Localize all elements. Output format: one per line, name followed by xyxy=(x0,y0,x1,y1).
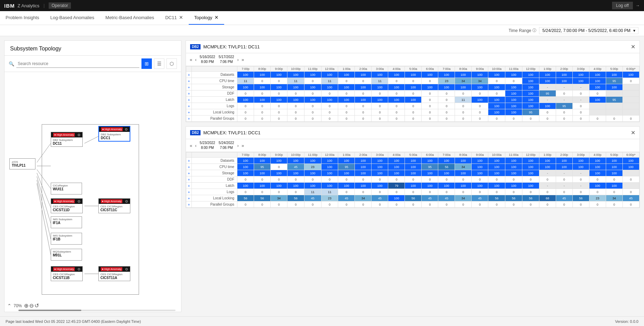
heatmap2-next-button[interactable]: › xyxy=(236,143,240,149)
zoom-controls: ⌃ 70% ⊕ ⊖ ↺ xyxy=(7,302,39,309)
heatmap1-title: MCMPLEX: TIVLP11: DC11 xyxy=(203,44,260,49)
zoom-reset-button[interactable]: ↺ xyxy=(34,302,39,309)
list-view-button[interactable]: ☰ xyxy=(154,58,164,69)
heatmap1-prev-button[interactable]: ‹ xyxy=(194,57,197,63)
app-name: Z Analytics xyxy=(18,3,40,8)
heatmap2-first-button[interactable]: « xyxy=(189,143,193,149)
timerange-label: Time Range xyxy=(509,28,531,33)
tab-topology-close[interactable]: ✕ xyxy=(214,15,219,20)
horizontal-scrollbar[interactable] xyxy=(18,310,176,311)
heatmap1-table: 7:00p8:00p9:00p10:00p11:00p12:00a1:00a2:… xyxy=(186,66,639,122)
table-row: +DDF000000000000000000000000 xyxy=(186,176,639,183)
heatmap2-prev-button[interactable]: ‹ xyxy=(194,143,197,149)
grid-view-button[interactable]: ⊞ xyxy=(141,58,152,69)
svg-line-5 xyxy=(37,180,51,239)
zoom-out-button[interactable]: ⊖ xyxy=(29,302,34,309)
timerange-chevron-icon: ▾ xyxy=(633,28,635,33)
tab-metric-anomalies[interactable]: Metric-Based Anomalies xyxy=(100,11,160,25)
heatmap1-last-button[interactable]: » xyxy=(241,57,245,63)
heatmap1-table-wrapper: 7:00p8:00p9:00p10:00p11:00p12:00a1:00a2:… xyxy=(186,66,639,122)
svg-line-0 xyxy=(37,143,51,162)
heatmap1-header: DB2 MCMPLEX: TIVLP11: DC11 ✕ xyxy=(186,41,639,53)
svg-line-3 xyxy=(37,173,51,208)
heatmap2-dates: 5/23/2022 8:00 PM xyxy=(200,141,215,150)
tabbar: Problem Insights Log-Based Anomalies Met… xyxy=(0,11,644,25)
right-panel: DB2 MCMPLEX: TIVLP11: DC11 ✕ « ‹ 5/16/20… xyxy=(181,36,644,316)
node-wui11[interactable]: CICsRegion WUI11 xyxy=(51,183,82,194)
heatmap2-nav: « ‹ 5/23/2022 8:00 PM 5/24/2022 7:06 PM … xyxy=(186,139,639,152)
table-row: +Logs000000000000000100100100100950 xyxy=(186,103,639,109)
heatmap2-date2: 5/24/2022 7:06 PM xyxy=(219,141,234,150)
heatmap2-header: DB2 MCMPLEX: TIVLP11: DCC1 ✕ xyxy=(186,127,639,139)
table-row: +Logs00001111000000000000000000 xyxy=(186,189,639,195)
svg-line-7 xyxy=(84,136,98,143)
node-cicst11c[interactable]: ● High Anomaly ⊙ CES CICSRegion CICST11C xyxy=(98,198,130,213)
node-cicst11a[interactable]: ● High Anomaly ⊙ CES CICSRegion CICST11A xyxy=(98,266,130,281)
node-if1b[interactable]: IMS Subsystem IF1B xyxy=(51,233,82,245)
heatmap1-first-button[interactable]: « xyxy=(189,57,193,63)
svg-line-2 xyxy=(37,169,51,189)
node-dc11[interactable]: ● High Anomaly ⊙ DB2 Subsystem DC11 xyxy=(51,132,83,147)
ibm-logo: IBM xyxy=(4,3,15,9)
logoff-arrow-icon: → xyxy=(636,3,640,8)
table-row: +Parallel Groups000000000000000000000000 xyxy=(186,116,639,122)
main-content: Subsystem Topology 🔍 ⊞ ☰ ⬡ xyxy=(0,36,644,316)
timerange-info-icon: ⓘ xyxy=(532,28,536,33)
tab-dc11[interactable]: DC11 ✕ xyxy=(160,11,188,25)
heatmap2-last-button[interactable]: » xyxy=(241,143,245,149)
tab-log-anomalies[interactable]: Log-Based Anomalies xyxy=(45,11,100,25)
heatmap2-table-wrapper: 7:00p8:00p9:00p10:00p11:00p12:00a1:00a2:… xyxy=(186,152,639,208)
search-icon: 🔍 xyxy=(9,61,14,66)
filter-button[interactable]: ⬡ xyxy=(166,58,177,69)
table-row: +CPU time1009504523100951001001001009556… xyxy=(186,164,639,170)
heatmap1-date2: 5/17/2022 7:06 PM xyxy=(219,55,234,64)
zoom-percent: 70% xyxy=(14,303,22,308)
heatmap1-next-button[interactable]: › xyxy=(236,57,240,63)
scrollbar-thumb xyxy=(18,310,81,311)
heatmap2-table: 7:00p8:00p9:00p10:00p11:00p12:00a1:00a2:… xyxy=(186,152,639,208)
tab-problem-insights[interactable]: Problem Insights xyxy=(0,11,45,25)
node-m91l[interactable]: MQSubsystem M91L xyxy=(51,249,82,261)
timerange-selector[interactable]: 5/24/2022, 7:00:00 PM - 5/25/2022, 6:40:… xyxy=(539,27,638,34)
svg-line-6 xyxy=(37,183,51,255)
search-input[interactable] xyxy=(16,60,139,68)
heatmap1-dates: 5/16/2022 8:00 PM xyxy=(200,55,215,64)
topbar: IBM Z Analytics | Operator Log off → xyxy=(0,0,644,11)
table-row: +CPU time1100110110011000233434001001001… xyxy=(186,78,639,84)
left-panel: Subsystem Topology 🔍 ⊞ ☰ ⬡ xyxy=(4,40,181,312)
page-last-loaded: Page last loaded Wed Oct 05 2022 12:45:2… xyxy=(6,319,141,324)
heatmap1-nav: « ‹ 5/16/2022 8:00 PM 5/17/2022 7:06 PM … xyxy=(186,53,639,66)
node-if1a[interactable]: IMS Subsystem IF1A xyxy=(51,216,82,228)
tab-topology[interactable]: Topology ✕ xyxy=(189,11,224,25)
tab-dc11-close[interactable]: ✕ xyxy=(179,15,183,20)
timerange-bar: Time Range ⓘ 5/24/2022, 7:00:00 PM - 5/2… xyxy=(0,25,644,36)
heatmap2-close-button[interactable]: ✕ xyxy=(631,129,635,136)
node-cicst11d[interactable]: ● High Anomaly ⊙ CES CICSRegion CICST11D xyxy=(51,198,83,213)
node-cicst11b[interactable]: ● High Anomaly ⊙ CES CICSRegion CICST11B xyxy=(51,266,83,281)
logoff-button[interactable]: Log off xyxy=(612,2,633,9)
footer: Page last loaded Wed Oct 05 2022 12:45:2… xyxy=(0,316,644,326)
svg-line-4 xyxy=(37,176,51,223)
collapse-button[interactable]: ⌃ xyxy=(7,303,11,309)
node-dcc1[interactable]: ● High Anomaly ⊙ DB2 Subsystem DCC1 xyxy=(98,126,130,142)
heatmap2-title: MCMPLEX: TIVLP11: DCC1 xyxy=(203,130,260,135)
topology-svg xyxy=(5,72,181,312)
table-row: +Datasets1001001001001001001001001001001… xyxy=(186,72,639,78)
node-tivlp11[interactable]: z/OS TIVLP11 xyxy=(9,158,35,169)
heatmap2-badge: DB2 xyxy=(190,130,201,135)
table-row: +Latch1001001001001001001001001001001000… xyxy=(186,97,639,103)
table-row: +DDF000000000000000010010095000 xyxy=(186,90,639,97)
zoom-in-button[interactable]: ⊕ xyxy=(24,302,28,309)
heatmap-panel-dcc1: DB2 MCMPLEX: TIVLP11: DCC1 ✕ « ‹ 5/23/20… xyxy=(186,126,640,208)
topology-canvas: z/OS TIVLP11 ● High Anomaly ⊙ DB2 Subsys… xyxy=(5,72,181,312)
table-row: +Latch1001001001001001001001001007910010… xyxy=(186,183,639,189)
heatmap1-close-button[interactable]: ✕ xyxy=(631,43,635,50)
heatmap1-badge: DB2 xyxy=(190,44,201,49)
table-row: +Local Locking56563456452345344510056454… xyxy=(186,195,639,201)
separator: | xyxy=(43,3,44,8)
table-row: +Storage10010010010010010010010010010010… xyxy=(186,84,639,90)
search-toolbar: 🔍 ⊞ ☰ ⬡ xyxy=(5,56,181,72)
table-row: +Storage10010010010010010010010010010010… xyxy=(186,170,639,176)
operator-badge: Operator xyxy=(49,2,71,9)
table-row: +Parallel Groups000000000000000000000000 xyxy=(186,201,639,208)
